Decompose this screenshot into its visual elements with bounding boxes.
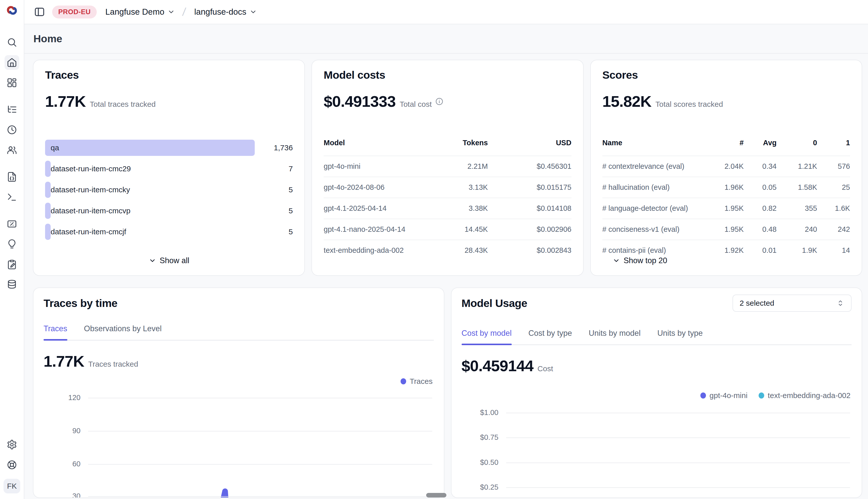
sidebar-item-insights[interactable] — [4, 237, 19, 252]
gridline — [88, 431, 432, 431]
file-json-icon — [7, 172, 17, 182]
tab-cost-by-type[interactable]: Cost by type — [528, 329, 572, 344]
gridline — [506, 487, 850, 488]
tab-traces[interactable]: Traces — [44, 324, 67, 340]
axis-tick-label: 30 — [43, 492, 81, 498]
trace-bar-row[interactable]: dataset-run-item-cmcky5 — [45, 182, 293, 198]
show-all-button[interactable]: Show all — [33, 256, 304, 265]
bar — [45, 140, 255, 156]
total-cost-label: Total cost — [400, 100, 432, 109]
users-icon — [7, 145, 17, 155]
table-row: # language-detector (eval)1.95K0.823551.… — [602, 198, 850, 219]
scores-table: Name#Avg01# contextrelevance (eval)2.04K… — [602, 139, 850, 260]
chevron-down-icon — [249, 8, 257, 16]
model-usage-chart: $1.00$0.75$0.50$0.25 — [461, 404, 853, 498]
usage-cost: $0.459144 — [462, 357, 534, 375]
org-name: Langfuse Demo — [105, 7, 164, 17]
sidebar-item-search[interactable] — [4, 35, 19, 50]
card-title: Scores — [602, 69, 850, 81]
show-top-20-button[interactable]: Show top 20 — [613, 256, 667, 265]
search-icon — [7, 37, 17, 48]
traces-tracked-label: Traces tracked — [88, 360, 138, 368]
sidebar-item-prompts[interactable] — [4, 170, 19, 184]
info-icon[interactable] — [435, 97, 443, 106]
sidebar-item-users[interactable] — [4, 143, 19, 157]
sidebar-nav — [4, 29, 19, 292]
gridline — [506, 438, 850, 438]
column-header: Name — [602, 139, 706, 156]
chart-legend: Traces — [401, 377, 433, 386]
traces-total: 1.77K — [45, 92, 86, 110]
chevrons-up-down-icon — [836, 299, 844, 307]
sidebar: FK — [0, 0, 24, 499]
column-header: Avg — [744, 139, 776, 156]
sidebar-item-playground[interactable] — [4, 190, 19, 205]
column-header: 1 — [817, 139, 850, 156]
sidebar-item-annotation[interactable] — [4, 257, 19, 272]
tab-observations-by-level[interactable]: Observations by Level — [84, 324, 162, 340]
org-switcher[interactable]: Langfuse Demo — [105, 7, 175, 17]
model-usage-tabs: Cost by modelCost by typeUnits by modelU… — [462, 329, 852, 345]
tab-units-by-model[interactable]: Units by model — [589, 329, 641, 344]
scores-card: Scores 15.82K Total scores tracked Name#… — [590, 60, 862, 276]
axis-tick-label: $0.25 — [461, 483, 499, 491]
sidebar-toggle-icon[interactable] — [34, 6, 45, 17]
trace-bar-row[interactable]: dataset-run-item-cmcvp5 — [45, 203, 293, 219]
tab-cost-by-model[interactable]: Cost by model — [462, 329, 512, 344]
bar-label: dataset-run-item-cmc29 — [51, 165, 131, 173]
model-costs-card: Model costs $0.491333 Total cost ModelTo… — [311, 60, 583, 276]
axis-tick-label: 90 — [43, 427, 81, 435]
sidebar-item-home[interactable] — [4, 55, 19, 70]
bar — [45, 224, 51, 240]
sidebar-item-datasets[interactable] — [4, 277, 19, 292]
table-row: gpt-4.1-2025-04-143.38K$0.014108 — [324, 198, 571, 219]
tree-icon — [7, 104, 17, 115]
gridline — [506, 413, 850, 413]
gridline — [88, 464, 432, 465]
chevron-down-icon — [148, 257, 156, 265]
legend-item: gpt-4o-mini — [700, 391, 748, 400]
table-row: text-embedding-ada-00228.43K$0.002843 — [324, 240, 571, 260]
card-title: Traces — [45, 69, 293, 81]
legend-dot-icon — [401, 378, 406, 385]
sidebar-item-sessions[interactable] — [4, 122, 19, 137]
column-header: Model — [324, 139, 412, 156]
bar-value: 7 — [289, 165, 293, 173]
chevron-down-icon — [167, 8, 175, 16]
legend-item: text-embedding-ada-002 — [759, 391, 851, 400]
bar-label: qa — [51, 144, 59, 152]
sidebar-item-settings[interactable] — [4, 437, 19, 452]
bar-label: dataset-run-item-cmcky — [51, 185, 130, 194]
usage-cost-label: Cost — [537, 364, 553, 373]
clipboard-icon — [7, 259, 17, 270]
gridline — [506, 463, 850, 463]
axis-tick-label: $0.75 — [461, 433, 499, 441]
gear-icon — [7, 439, 17, 450]
traces-chart: 120906030 — [43, 389, 435, 498]
dashboard: Traces 1.77K Total traces tracked qa1,73… — [24, 54, 868, 499]
bar-value: 5 — [289, 228, 293, 236]
horizontal-scrollbar-thumb[interactable] — [426, 493, 447, 498]
trace-bar-row[interactable]: dataset-run-item-cmcjf5 — [45, 224, 293, 240]
card-title: Traces by time — [44, 297, 434, 309]
card-title: Model costs — [324, 69, 571, 81]
model-usage-card: Model Usage 2 selected Cost by modelCost… — [451, 288, 863, 498]
bar-value: 5 — [289, 185, 293, 194]
trace-bar-row[interactable]: qa1,736 — [45, 140, 293, 156]
avatar[interactable]: FK — [3, 479, 20, 494]
traces-total-label: Total traces tracked — [90, 100, 155, 109]
page-header: Home — [24, 24, 868, 54]
axis-tick-label: $1.00 — [461, 409, 499, 417]
tab-units-by-type[interactable]: Units by type — [657, 329, 703, 344]
langfuse-logo-icon[interactable] — [6, 4, 18, 16]
sidebar-item-support[interactable] — [4, 458, 19, 472]
sidebar-item-evaluation[interactable] — [4, 217, 19, 231]
traces-card: Traces 1.77K Total traces tracked qa1,73… — [33, 60, 305, 276]
model-select[interactable]: 2 selected — [733, 294, 852, 312]
trace-bar-row[interactable]: dataset-run-item-cmc297 — [45, 161, 293, 177]
sidebar-item-tracing[interactable] — [4, 102, 19, 117]
traces-by-time-tabs: TracesObservations by Level — [44, 324, 434, 341]
project-switcher[interactable]: langfuse-docs — [194, 7, 257, 17]
project-name: langfuse-docs — [194, 7, 246, 17]
sidebar-item-dashboards[interactable] — [4, 75, 19, 90]
